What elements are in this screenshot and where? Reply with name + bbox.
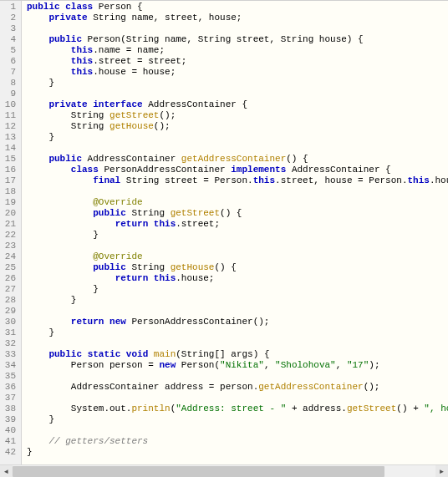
- code-line[interactable]: public AddressContainer getAddressContai…: [27, 154, 448, 165]
- line-number: 27: [0, 284, 16, 295]
- line-number: 5: [0, 45, 16, 56]
- code-line[interactable]: }: [27, 284, 448, 295]
- line-number: 24: [0, 251, 16, 262]
- code-line[interactable]: // getters/setters: [27, 436, 448, 447]
- line-number: 33: [0, 349, 16, 360]
- line-number: 26: [0, 273, 16, 284]
- scroll-right-button[interactable]: ►: [435, 465, 448, 478]
- line-number: 16: [0, 165, 16, 175]
- line-number: 37: [0, 393, 16, 403]
- line-number: 15: [0, 154, 16, 165]
- code-line[interactable]: public Person(String name, String street…: [27, 34, 448, 45]
- line-number: 29: [0, 306, 16, 317]
- line-number: 32: [0, 338, 16, 349]
- line-number: 35: [0, 371, 16, 382]
- line-number: 13: [0, 132, 16, 143]
- code-line[interactable]: [27, 338, 448, 349]
- code-line[interactable]: [27, 89, 448, 99]
- code-line[interactable]: private String name, street, house;: [27, 13, 448, 23]
- code-line[interactable]: @Override: [27, 251, 448, 262]
- line-number: 42: [0, 447, 16, 458]
- line-number: 9: [0, 89, 16, 99]
- horizontal-scrollbar[interactable]: ◄ ►: [0, 464, 448, 477]
- code-line[interactable]: }: [27, 414, 448, 425]
- code-line[interactable]: [27, 393, 448, 403]
- code-editor[interactable]: 1234567891011121314151617181920212223242…: [0, 1, 448, 464]
- scroll-thumb[interactable]: [13, 466, 384, 477]
- line-number: 31: [0, 327, 16, 338]
- code-line[interactable]: [27, 23, 448, 34]
- line-number: 14: [0, 143, 16, 154]
- code-line[interactable]: this.street = street;: [27, 56, 448, 67]
- line-number: 17: [0, 175, 16, 186]
- code-line[interactable]: AddressContainer address = person.getAdd…: [27, 382, 448, 393]
- code-line[interactable]: this.house = house;: [27, 67, 448, 78]
- line-number: 30: [0, 317, 16, 327]
- line-number: 3: [0, 23, 16, 34]
- code-line[interactable]: final String street = Person.this.street…: [27, 175, 448, 186]
- scroll-left-button[interactable]: ◄: [0, 465, 13, 478]
- code-line[interactable]: return this.house;: [27, 273, 448, 284]
- line-number: 2: [0, 13, 16, 23]
- code-area[interactable]: public class Person { private String nam…: [22, 1, 448, 464]
- line-number: 34: [0, 360, 16, 371]
- code-line[interactable]: }: [27, 447, 448, 458]
- code-line[interactable]: }: [27, 132, 448, 143]
- line-number: 38: [0, 403, 16, 414]
- code-line[interactable]: String getStreet();: [27, 110, 448, 121]
- line-gutter: 1234567891011121314151617181920212223242…: [0, 1, 22, 464]
- code-line[interactable]: }: [27, 295, 448, 306]
- line-number: 39: [0, 414, 16, 425]
- scroll-track[interactable]: [13, 465, 435, 478]
- code-line[interactable]: public class Person {: [27, 2, 448, 13]
- code-line[interactable]: String getHouse();: [27, 121, 448, 132]
- line-number: 20: [0, 208, 16, 219]
- line-number: 23: [0, 241, 16, 251]
- code-line[interactable]: Person person = new Person("Nikita", "Sh…: [27, 360, 448, 371]
- line-number: 41: [0, 436, 16, 447]
- line-number: 28: [0, 295, 16, 306]
- line-number: 11: [0, 110, 16, 121]
- line-number: 4: [0, 34, 16, 45]
- code-line[interactable]: [27, 306, 448, 317]
- line-number: 21: [0, 219, 16, 230]
- code-line[interactable]: [27, 241, 448, 251]
- code-line[interactable]: return new PersonAddressContainer();: [27, 317, 448, 327]
- line-number: 7: [0, 67, 16, 78]
- code-line[interactable]: return this.street;: [27, 219, 448, 230]
- line-number: 8: [0, 78, 16, 89]
- line-number: 10: [0, 99, 16, 110]
- code-line[interactable]: this.name = name;: [27, 45, 448, 56]
- line-number: 18: [0, 186, 16, 197]
- code-line[interactable]: [27, 425, 448, 436]
- code-line[interactable]: private interface AddressContainer {: [27, 99, 448, 110]
- code-line[interactable]: public static void main(String[] args) {: [27, 349, 448, 360]
- line-number: 1: [0, 2, 16, 13]
- code-line[interactable]: }: [27, 230, 448, 241]
- line-number: 40: [0, 425, 16, 436]
- line-number: 12: [0, 121, 16, 132]
- code-line[interactable]: public String getStreet() {: [27, 208, 448, 219]
- code-line[interactable]: }: [27, 78, 448, 89]
- code-line[interactable]: public String getHouse() {: [27, 262, 448, 273]
- code-line[interactable]: [27, 186, 448, 197]
- line-number: 19: [0, 197, 16, 208]
- code-line[interactable]: [27, 143, 448, 154]
- line-number: 25: [0, 262, 16, 273]
- code-line[interactable]: [27, 371, 448, 382]
- code-line[interactable]: class PersonAddressContainer implements …: [27, 165, 448, 175]
- line-number: 36: [0, 382, 16, 393]
- code-line[interactable]: System.out.println("Address: street - " …: [27, 403, 448, 414]
- code-line[interactable]: }: [27, 327, 448, 338]
- line-number: 22: [0, 230, 16, 241]
- code-line[interactable]: @Override: [27, 197, 448, 208]
- line-number: 6: [0, 56, 16, 67]
